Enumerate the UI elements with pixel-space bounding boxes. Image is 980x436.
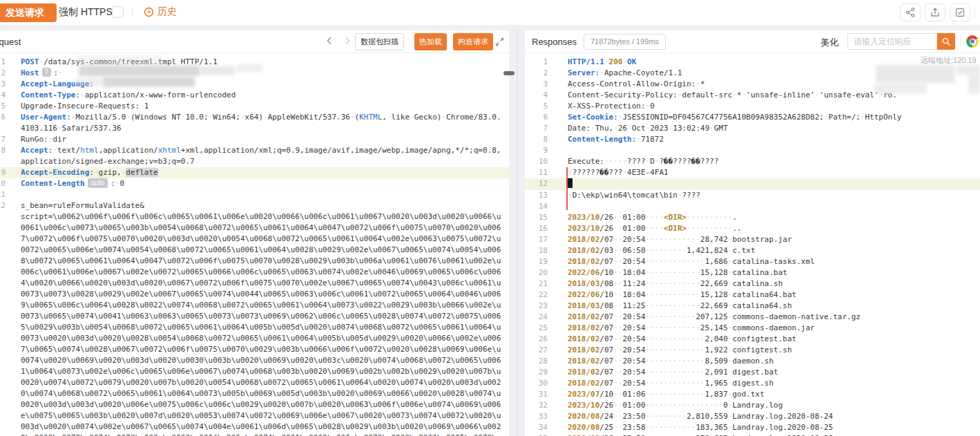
code-line: 9 (525, 145, 980, 156)
line-number: 17 (525, 234, 548, 245)
code-line: 342020/08/25··23:58···········183,365·La… (525, 422, 980, 433)
line-number: 34 (525, 422, 548, 433)
line-number: 11 (525, 167, 548, 178)
redaction-blur (76, 77, 107, 86)
response-panel-title: Responses (532, 37, 577, 47)
code-line: 272018/02/07··20:54·············1,922·co… (525, 345, 980, 356)
line-number: 3 (0, 79, 6, 90)
hot-reload-button[interactable]: 热加载 (414, 33, 447, 50)
chrome-icon[interactable] (966, 35, 979, 48)
line-number: 5 (0, 101, 6, 112)
line-number: 24 (525, 312, 548, 323)
line-number: 33 (525, 411, 548, 422)
response-meta-badge: 71872bytes / 199ms (584, 34, 666, 50)
beautify-button[interactable]: 美化 (820, 37, 838, 49)
packet-scan-button[interactable]: 数据包扫描 (355, 33, 404, 50)
line-number: 4 (525, 90, 548, 101)
code-line: 312023/07/10··01:06·············1,837·go… (525, 389, 980, 400)
force-https-label: 强制 HTTPS (59, 6, 113, 19)
line-number: 16 (525, 223, 548, 234)
code-line: 6User-Agent:·Mozilla/5.0·(Windows·NT·10.… (0, 112, 509, 134)
header-divider (961, 36, 961, 47)
code-line: 282018/02/07··20:54·············8,509·da… (525, 356, 980, 367)
line-number: 20 (525, 267, 548, 278)
line-number: 30 (525, 378, 548, 389)
line-number: 10 (0, 178, 6, 189)
line-number: 25 (525, 323, 548, 334)
code-line: 13·D:\ekp\win64\tomcat\bin·???? (525, 190, 980, 201)
line-number: 9 (0, 167, 6, 178)
export-button[interactable] (925, 3, 945, 21)
line-number: 19 (525, 256, 548, 267)
search-button[interactable] (937, 33, 955, 50)
line-number: 2 (0, 68, 6, 79)
code-line: 172018/02/07··20:54············28,742·bo… (525, 234, 980, 245)
line-number: 23 (525, 301, 548, 312)
line-number: 6 (525, 112, 548, 123)
share-icon (905, 7, 916, 18)
redaction-blur (874, 84, 927, 94)
line-number: 32 (525, 400, 548, 411)
code-line: 352020/08/26··23:58···········178,693·La… (525, 433, 980, 436)
response-search-input[interactable]: 请输入定位响应 (847, 33, 937, 50)
select-button[interactable] (950, 3, 970, 21)
panel-divider[interactable] (517, 30, 517, 436)
redaction-blur (236, 64, 262, 72)
line-number: 8 (525, 134, 548, 145)
history-button[interactable]: 历史 (144, 6, 177, 18)
line-number: 7 (525, 123, 548, 134)
line-number: 5 (525, 101, 548, 112)
redaction-blur (104, 77, 195, 87)
clock-icon (144, 7, 154, 17)
code-line: 5Upgrade-Insecure-Requests:·1 (0, 101, 509, 112)
line-number: 26 (525, 334, 548, 345)
force-https-checkbox[interactable] (112, 6, 124, 18)
code-line: 11 (0, 189, 509, 200)
expand-icon[interactable] (494, 37, 505, 47)
code-line: 202022/06/10··18:04············15,128·ca… (525, 267, 980, 278)
line-number: 12 (0, 200, 6, 436)
toolbar: 发送请求 强制 HTTPS 历史 (0, 0, 980, 25)
code-line: 212018/03/08··11:24············22,669·ca… (525, 278, 980, 290)
code-line: 152023/10/26··01:00····<DIR>··········. (525, 212, 980, 223)
redaction-blur (957, 65, 980, 75)
code-line: 9Accept-Encoding:·gzip,·deflate (0, 167, 509, 178)
line-number: 4 (0, 90, 6, 101)
line-number: 2 (525, 68, 548, 79)
line-number: 13 (525, 190, 548, 201)
line-number: 22 (525, 290, 548, 301)
search-icon (941, 37, 951, 46)
build-request-button[interactable]: 构造请求 (453, 33, 493, 50)
send-request-button[interactable]: 发送请求 (0, 3, 57, 22)
code-line: 182018/02/03··06:50·········1,421,824·c.… (525, 245, 980, 256)
request-panel-title: Request (0, 37, 21, 47)
code-line: 222022/06/10··18:04············15,128·ca… (525, 290, 980, 301)
nav-forward-icon[interactable] (343, 36, 352, 46)
code-line: 10Content-Lengthauto:·0 (0, 178, 509, 189)
code-line: 302018/02/07··20:54·············1,965·di… (525, 378, 980, 389)
code-line: 7RunGo:·dir (0, 134, 509, 145)
line-number: 27 (525, 345, 548, 356)
response-panel-header: Responses 71872bytes / 199ms 美化 请输入定位响应 (525, 30, 980, 53)
line-number: 6 (0, 112, 6, 134)
line-number: 11 (0, 189, 6, 200)
code-line: 242018/02/07··20:54···········207,125·co… (525, 312, 980, 323)
code-line: 292018/02/07··20:54·············2,091·di… (525, 367, 980, 378)
request-panel: Request 数据包扫描 热加载 构造请求 1POST·/data/sys-c… (0, 30, 509, 436)
response-editor[interactable]: 1HTTP/1.1·200·OK2Server:·Apache-Coyote/1… (525, 54, 980, 436)
line-number: 15 (525, 212, 548, 223)
export-icon (930, 7, 941, 18)
redaction-blur (79, 66, 200, 76)
request-editor[interactable]: 1POST·/data/sys-common/treexml.tmpl·HTTP… (0, 54, 509, 436)
nav-back-icon[interactable] (325, 36, 334, 46)
code-line: 8Accept:·text/html,application/xhtml+xml… (0, 145, 509, 167)
code-line: 12s_bean=ruleFormulaValidate& script=\u0… (0, 200, 509, 436)
redaction-blur (76, 56, 162, 65)
code-line: 252018/02/07··20:54············25,145·co… (525, 323, 980, 334)
request-scrollbar-thumb[interactable] (503, 71, 515, 75)
line-number: 28 (525, 356, 548, 367)
line-number: 8 (0, 145, 6, 167)
line-number: 7 (0, 134, 6, 145)
share-button[interactable] (900, 3, 921, 21)
code-line: 192018/02/07··20:54·············1,686·ca… (525, 256, 980, 267)
